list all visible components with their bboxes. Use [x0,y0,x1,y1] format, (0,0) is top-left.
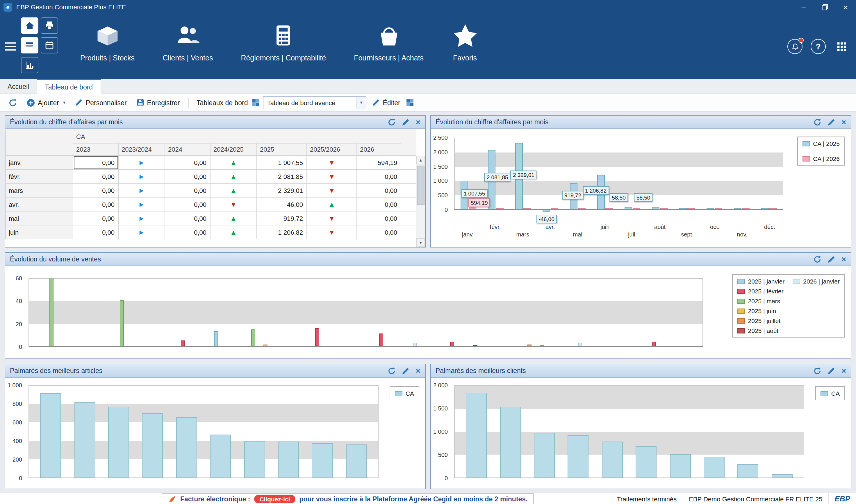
notifications-icon[interactable] [787,39,803,54]
menu-button[interactable] [0,14,21,79]
value-cell[interactable]: 0,00 [165,156,210,169]
nav-item-produits-stocks[interactable]: Produits | Stocks [66,14,149,79]
bar[interactable] [660,208,668,209]
value-cell[interactable]: 0,00 [73,211,118,225]
bar[interactable] [551,208,558,209]
trend-cell[interactable]: ▲ [307,197,357,211]
bar[interactable] [670,454,690,478]
column-header[interactable]: 2024/2025 [210,143,257,156]
bar[interactable] [761,208,769,209]
bar[interactable] [742,208,750,209]
nav-item-favoris[interactable]: Favoris [438,14,492,79]
scroll-up-button[interactable]: ▲ [416,156,425,164]
enregistrer-button[interactable]: Enregistrer [133,97,184,108]
pencil-icon[interactable] [827,255,835,263]
bar[interactable] [450,342,454,346]
value-cell[interactable]: 0,00 [357,211,401,225]
bar[interactable] [466,393,487,478]
value-cell[interactable]: 0,00 [165,197,210,211]
bar[interactable] [251,329,255,346]
value-cell[interactable]: 2 329,01 [257,183,307,197]
close-icon[interactable]: × [841,118,846,126]
bar[interactable] [315,328,319,346]
bar[interactable] [734,208,741,209]
close-icon[interactable]: × [416,366,421,375]
trend-cell[interactable]: ▲ [210,183,257,197]
cliquez-ici-button[interactable]: Cliquez-ici [254,495,295,503]
editer-button[interactable]: Éditer [369,97,405,108]
bar[interactable] [142,413,163,478]
bar[interactable] [278,442,299,478]
value-cell[interactable]: 0,00 [357,197,401,211]
value-cell[interactable]: 0,00 [73,197,118,211]
bar[interactable] [263,344,268,346]
trend-cell[interactable]: ► [118,169,165,183]
pencil-icon[interactable] [402,118,409,126]
bar[interactable] [474,345,478,346]
pencil-icon[interactable] [402,367,409,375]
table-icon[interactable] [21,37,38,53]
value-cell[interactable]: 0,00 [357,183,401,197]
bar[interactable] [633,208,640,209]
trend-cell[interactable]: ► [118,183,165,197]
value-cell[interactable]: 0,00 [357,225,401,239]
trend-cell[interactable]: ▲ [210,169,257,183]
bar[interactable] [244,441,265,478]
value-cell[interactable]: 0,00 [165,169,210,183]
bar[interactable] [605,208,613,209]
bar[interactable] [652,342,656,346]
bar[interactable] [524,208,531,209]
scrollbar-track[interactable] [416,164,425,238]
bar[interactable] [543,210,550,212]
bar[interactable] [578,343,582,346]
bar[interactable] [636,447,656,478]
bar[interactable] [534,433,555,478]
bar[interactable] [74,402,95,478]
pencil-icon[interactable] [827,367,835,375]
chart-icon[interactable] [21,57,38,73]
bar[interactable] [602,441,623,478]
bar[interactable] [578,208,586,209]
scroll-down-button[interactable]: ▼ [416,238,425,247]
value-cell[interactable]: 0,00 [165,183,210,197]
bar[interactable] [769,208,777,209]
bar[interactable] [706,208,714,209]
bar[interactable] [528,344,531,346]
dashboard-select[interactable]: Tableau de bord avancé ▾ [263,96,367,109]
bar[interactable] [687,208,695,209]
bar[interactable] [738,464,758,478]
close-icon[interactable]: × [841,366,846,375]
value-cell[interactable]: 1 007,55 [257,156,307,169]
column-header[interactable]: 2023 [73,143,118,156]
bar[interactable] [413,343,417,346]
trend-cell[interactable]: ▼ [307,183,357,197]
pencil-icon[interactable] [827,118,835,126]
printer-icon[interactable] [41,17,58,34]
trend-cell[interactable]: ► [118,156,165,169]
trend-cell[interactable]: ► [118,225,165,239]
bar[interactable] [181,340,185,346]
value-cell[interactable]: -46,00 [257,197,307,211]
tab-accueil[interactable]: Accueil [0,79,37,93]
value-cell[interactable]: 0,00 [73,225,118,239]
trend-cell[interactable]: ▼ [307,225,357,239]
bar[interactable] [379,334,383,346]
calendar-icon[interactable] [41,37,58,53]
bar[interactable] [312,443,333,478]
refresh-icon[interactable] [814,118,821,126]
value-cell[interactable]: 919,72 [257,211,307,225]
bar[interactable] [120,301,124,346]
column-header[interactable]: 2025/2026 [307,143,357,156]
value-cell[interactable]: 0,00 [73,156,118,169]
nav-item-reglements-comptabilite[interactable]: Règlements | Comptabilité [227,14,340,79]
apps-icon[interactable] [834,39,849,54]
bar[interactable] [49,278,53,346]
scrollbar-thumb[interactable] [417,166,425,205]
trend-cell[interactable]: ▼ [307,169,357,183]
bar[interactable] [624,208,632,209]
layout-grid-icon[interactable] [406,98,414,107]
bar[interactable] [500,407,521,478]
column-header[interactable]: 2026 [357,143,401,156]
bar[interactable] [210,435,231,478]
bar[interactable] [176,417,197,478]
